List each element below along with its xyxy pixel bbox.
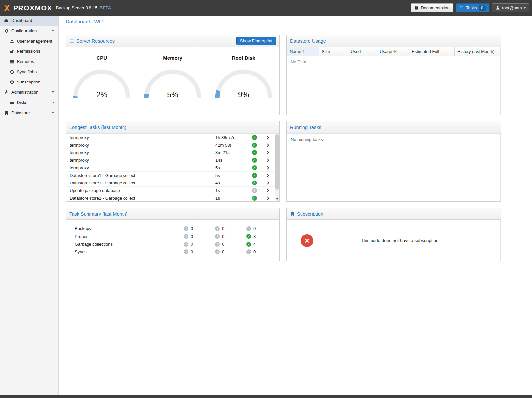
task-name: termproxy bbox=[70, 143, 215, 148]
column-header-size[interactable]: Size bbox=[319, 47, 348, 56]
sidebar-item-disks[interactable]: Disks bbox=[0, 97, 58, 108]
bars-icon bbox=[69, 39, 74, 43]
column-header-used[interactable]: Used bbox=[348, 47, 377, 56]
summary-errors: × 0 bbox=[184, 226, 215, 231]
chevron-right-icon[interactable] bbox=[266, 197, 269, 199]
warning-icon: ! bbox=[215, 234, 220, 239]
summary-ok: ✓ 3 bbox=[246, 234, 279, 239]
tasks-button[interactable]: Tasks 0 bbox=[456, 3, 489, 12]
error-icon: × bbox=[184, 226, 188, 231]
task-status-icon: ✓ bbox=[252, 158, 257, 163]
chevron-right-icon[interactable] bbox=[266, 159, 269, 161]
task-row[interactable]: termproxy 42m 58s ✓ bbox=[66, 141, 275, 149]
user-label: root@pam bbox=[502, 5, 522, 10]
column-header-name[interactable]: Name ↑ bbox=[287, 47, 319, 56]
sidebar-item-configuration[interactable]: Configuration bbox=[0, 26, 58, 36]
task-name: Update package database bbox=[70, 188, 215, 193]
sidebar-item-permissions[interactable]: Permissions bbox=[0, 46, 58, 56]
task-name: Datastore store1 - Garbage collect bbox=[70, 173, 215, 178]
empty-state-text: No running tasks bbox=[287, 134, 500, 145]
task-status-icon: ✓ bbox=[252, 135, 257, 140]
task-row[interactable]: Update package database 1s ? bbox=[66, 187, 275, 194]
chevron-right-icon[interactable] bbox=[266, 182, 269, 184]
chevron-right-icon[interactable] bbox=[266, 174, 269, 177]
chevron-right-icon[interactable] bbox=[266, 136, 269, 139]
chevron-right-icon[interactable] bbox=[266, 167, 269, 169]
scrollbar[interactable] bbox=[275, 134, 279, 201]
main-header: Dashboard - WIP bbox=[59, 16, 532, 28]
datastore-usage-body: Name ↑ Size Used Usage % bbox=[287, 47, 501, 115]
user-menu-button[interactable]: root@pam ▾ bbox=[492, 3, 529, 12]
chevron-right-icon[interactable] bbox=[266, 144, 269, 146]
chevron-right-icon[interactable] bbox=[266, 151, 269, 154]
column-header-usage-pct[interactable]: Usage % bbox=[377, 47, 409, 56]
ok-count: 0 bbox=[253, 226, 256, 231]
warning-count: 0 bbox=[222, 242, 224, 247]
sidebar-item-datastore[interactable]: Datastore bbox=[0, 108, 58, 118]
summary-label: Garbage collections bbox=[75, 242, 184, 247]
column-header-estimated-full[interactable]: Estimated Full bbox=[409, 47, 455, 56]
book-icon bbox=[414, 6, 419, 10]
task-row[interactable]: termproxy 5s ✓ bbox=[66, 164, 275, 172]
panel-subscription: Subscription × This node does not have a… bbox=[286, 208, 501, 261]
task-duration: 1s bbox=[215, 188, 248, 193]
building-icon bbox=[4, 111, 9, 115]
panel-title: Task Summary (last Month) bbox=[69, 211, 127, 216]
task-name: termproxy bbox=[70, 165, 215, 170]
task-row[interactable]: termproxy 3m 21s ✓ bbox=[66, 149, 275, 156]
sidebar-item-label: Administration bbox=[11, 90, 38, 95]
main-area: Dashboard - WIP Server Resources Show Fi… bbox=[59, 16, 532, 395]
task-row[interactable]: Datastore store1 - Garbage collect 4s ✓ bbox=[66, 179, 275, 187]
panel-title: Subscription bbox=[297, 211, 323, 216]
task-row[interactable]: Datastore store1 - Garbage collect 5s ✓ bbox=[66, 172, 275, 179]
task-list-icon bbox=[460, 6, 464, 10]
task-row[interactable]: termproxy 14s ✓ bbox=[66, 156, 275, 164]
task-status-icon: ✓ bbox=[252, 173, 257, 178]
column-header-history[interactable]: History (last Month) bbox=[455, 47, 500, 56]
summary-ok: ✓ 4 bbox=[246, 242, 279, 247]
summary-warnings: ! 0 bbox=[215, 249, 246, 254]
warning-count: 0 bbox=[222, 226, 224, 231]
scrollbar-thumb[interactable] bbox=[275, 134, 279, 190]
sidebar-item-label: Remotes bbox=[17, 59, 34, 64]
task-name: termproxy bbox=[70, 135, 215, 140]
hdd-icon bbox=[9, 100, 14, 105]
task-status-icon: ✓ bbox=[252, 143, 257, 148]
task-name: termproxy bbox=[70, 158, 215, 163]
page-title: Dashboard - WIP bbox=[66, 19, 104, 24]
longest-tasks-header: Longest Tasks (last Month) bbox=[66, 121, 279, 133]
sidebar-item-user-management[interactable]: User Management bbox=[0, 36, 58, 46]
sidebar-item-label: User Management bbox=[17, 39, 52, 44]
table-header-row: Name ↑ Size Used Usage % bbox=[287, 47, 500, 56]
subscription-body: × This node does not have a subscription… bbox=[287, 220, 501, 261]
sidebar-item-label: Configuration bbox=[11, 28, 37, 33]
topbar: PROXMOX Backup Server 0.8-15 BETA Docume… bbox=[0, 0, 532, 16]
warning-icon: ! bbox=[215, 249, 220, 254]
gear-icon bbox=[4, 29, 9, 33]
task-summary-header: Task Summary (last Month) bbox=[66, 208, 279, 220]
sidebar-item-subscription[interactable]: Subscription bbox=[0, 77, 58, 87]
documentation-label: Documentation bbox=[421, 5, 449, 10]
sidebar-item-sync-jobs[interactable]: Sync Jobs bbox=[0, 67, 58, 77]
sidebar-item-label: Disks bbox=[17, 100, 27, 105]
documentation-button[interactable]: Documentation bbox=[411, 3, 453, 12]
scroll-down-button[interactable] bbox=[275, 196, 279, 201]
panel-task-summary: Task Summary (last Month) Backups × 0 ! … bbox=[66, 208, 280, 261]
task-row[interactable]: termproxy 1h 38m 7s ✓ bbox=[66, 134, 275, 141]
chevron-right-icon[interactable] bbox=[266, 189, 269, 192]
task-row[interactable]: Datastore store1 - Garbage collect 1s ✓ bbox=[66, 194, 275, 201]
task-status-icon: ✓ bbox=[252, 165, 257, 170]
ok-count: 3 bbox=[253, 234, 256, 239]
sidebar-item-dashboard[interactable]: Dashboard bbox=[0, 16, 58, 26]
beta-link[interactable]: BETA bbox=[100, 5, 111, 10]
show-fingerprint-button[interactable]: Show Fingerprint bbox=[236, 37, 276, 45]
summary-warnings: ! 0 bbox=[215, 226, 246, 231]
longest-tasks-body: termproxy 1h 38m 7s ✓ termproxy 42m 58s … bbox=[66, 133, 279, 201]
summary-ok: ✓ 0 bbox=[246, 249, 279, 254]
task-summary-body: Backups × 0 ! 0 ✓ 0 bbox=[66, 220, 279, 261]
sidebar-item-remotes[interactable]: Remotes bbox=[0, 56, 58, 67]
sidebar-item-administration[interactable]: Administration bbox=[0, 87, 58, 97]
tasks-count-badge: 0 bbox=[479, 5, 486, 11]
user-icon bbox=[9, 39, 14, 44]
summary-warnings: ! 0 bbox=[215, 242, 246, 247]
